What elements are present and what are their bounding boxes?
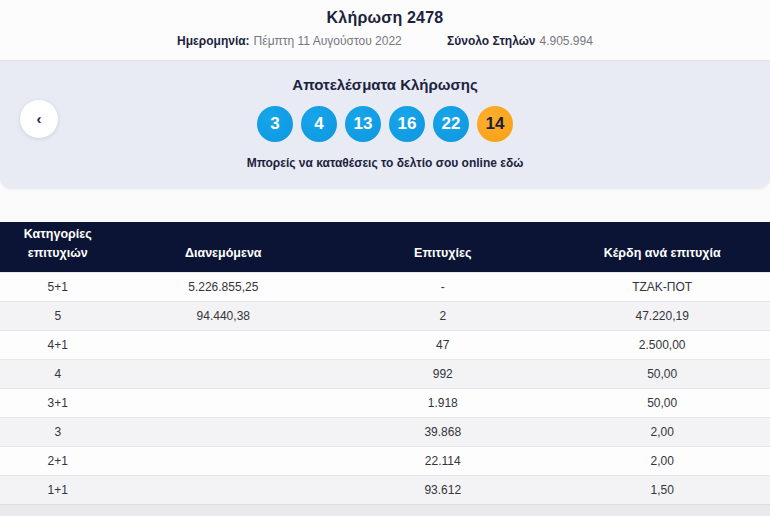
winners-cell: 992 [331,359,554,388]
column-header-winners: Επιτυχίες [331,222,554,272]
prize-cell: ΤΖΑΚ-ΠΟΤ [554,272,770,301]
draw-header: Κλήρωση 2478 Ημερομηνία:Πέμπτη 11 Αυγούσ… [0,0,770,60]
prize-table-header-row: Κατηγορίες επιτυχιών Διανεμόμενα Επιτυχί… [0,222,770,272]
previous-draw-button[interactable]: ‹ [20,100,58,138]
winning-number-ball: 13 [345,106,381,142]
distributed-cell: 5.226.855,25 [116,272,332,301]
distributed-cell [116,446,332,475]
prize-cell: 47.220,19 [554,301,770,330]
draw-meta: Ημερομηνία:Πέμπτη 11 Αυγούστου 2022 Σύνο… [0,34,770,48]
draw-date-label: Ημερομηνία: [177,34,250,48]
prize-table-row: 499250,00 [0,359,770,388]
distributed-cell [116,388,332,417]
winners-cell: 93.612 [331,475,554,504]
draw-date-value: Πέμπτη 11 Αυγούστου 2022 [254,34,402,48]
bottom-band [0,504,770,516]
draw-date: Ημερομηνία:Πέμπτη 11 Αυγούστου 2022 [177,34,402,48]
distributed-cell [116,359,332,388]
tzoker-draw-page: Κλήρωση 2478 Ημερομηνία:Πέμπτη 11 Αυγούσ… [0,0,770,516]
category-cell: 4 [0,359,116,388]
results-footer: Μπορείς να καταθέσεις το δελτίο σου onli… [0,156,770,170]
prize-table-row: 594.440,38247.220,19 [0,301,770,330]
winners-cell: 39.868 [331,417,554,446]
prize-table-row: 3+11.91850,00 [0,388,770,417]
prize-cell: 2,00 [554,446,770,475]
total-columns-label: Σύνολο Στηλών [447,34,535,48]
winning-number-ball: 22 [433,106,469,142]
winners-cell: - [331,272,554,301]
winning-number-ball: 3 [257,106,293,142]
category-cell: 5 [0,301,116,330]
total-columns: Σύνολο Στηλών4.905.994 [447,34,593,48]
winning-numbers: 3413162214 [0,106,770,142]
prize-cell: 50,00 [554,388,770,417]
joker-number-ball: 14 [477,106,513,142]
winners-cell: 22.114 [331,446,554,475]
prize-table-row: 4+1472.500,00 [0,330,770,359]
winners-cell: 47 [331,330,554,359]
winning-number-ball: 16 [389,106,425,142]
prize-table-row: 339.8682,00 [0,417,770,446]
chevron-left-icon: ‹ [37,110,42,127]
distributed-cell [116,417,332,446]
prize-table-row: 2+122.1142,00 [0,446,770,475]
prize-cell: 50,00 [554,359,770,388]
column-header-prize: Κέρδη ανά επιτυχία [554,222,770,272]
column-header-categories: Κατηγορίες επιτυχιών [0,222,116,272]
category-cell: 2+1 [0,446,116,475]
winners-cell: 1.918 [331,388,554,417]
category-cell: 3 [0,417,116,446]
prize-table-row: 1+193.6121,50 [0,475,770,504]
column-header-distributed: Διανεμόμενα [116,222,332,272]
prize-cell: 2.500,00 [554,330,770,359]
prize-cell: 2,00 [554,417,770,446]
category-cell: 3+1 [0,388,116,417]
category-cell: 5+1 [0,272,116,301]
results-footer-text: Μπορείς να καταθέσεις το δελτίο σου onli… [247,156,497,170]
winners-cell: 2 [331,301,554,330]
distributed-cell: 94.440,38 [116,301,332,330]
results-band: ‹ Αποτελέσματα Κλήρωσης 3413162214 Μπορε… [0,60,770,188]
prize-cell: 1,50 [554,475,770,504]
section-gap [0,188,770,222]
winning-number-ball: 4 [301,106,337,142]
results-heading: Αποτελέσματα Κλήρωσης [0,76,770,93]
category-cell: 4+1 [0,330,116,359]
prize-table: Κατηγορίες επιτυχιών Διανεμόμενα Επιτυχί… [0,222,770,504]
distributed-cell [116,330,332,359]
page-title: Κλήρωση 2478 [0,9,770,27]
prize-table-row: 5+15.226.855,25-ΤΖΑΚ-ΠΟΤ [0,272,770,301]
total-columns-value: 4.905.994 [540,34,593,48]
submit-online-link[interactable]: εδώ [500,156,523,170]
distributed-cell [116,475,332,504]
category-cell: 1+1 [0,475,116,504]
